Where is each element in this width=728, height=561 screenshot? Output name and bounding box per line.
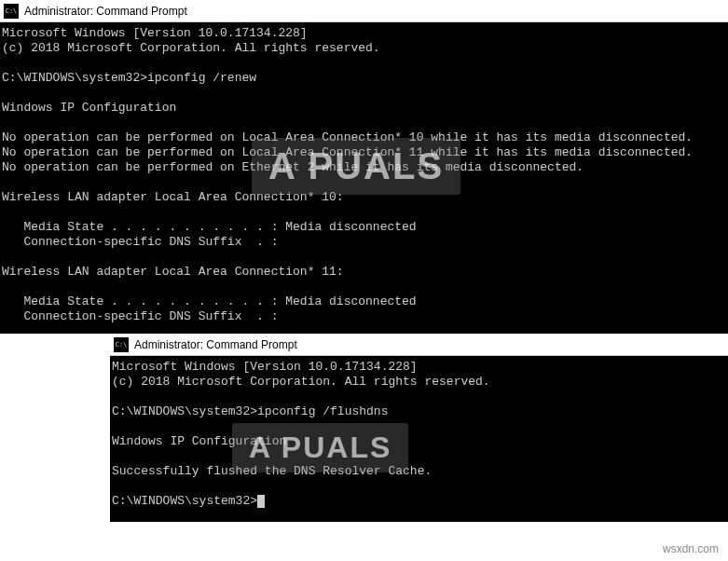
source-url: wsxdn.com bbox=[663, 542, 719, 555]
terminal-output[interactable]: Microsoft Windows [Version 10.0.17134.22… bbox=[0, 22, 728, 328]
title-bar[interactable]: Administrator: Command Prompt bbox=[110, 334, 728, 356]
success-message: Successfully flushed the DNS Resolver Ca… bbox=[112, 464, 432, 478]
dns-suffix-line: Connection-specific DNS Suffix . : bbox=[2, 235, 278, 249]
cmd-icon bbox=[4, 4, 19, 19]
no-operation-line: No operation can be performed on Local A… bbox=[2, 130, 693, 144]
ip-config-heading: Windows IP Configuration bbox=[112, 434, 286, 448]
command-prompt-line: C:\WINDOWS\system32>ipconfig /flushdns bbox=[112, 404, 388, 418]
media-state-line: Media State . . . . . . . . . . . : Medi… bbox=[2, 294, 417, 308]
terminal-output[interactable]: Microsoft Windows [Version 10.0.17134.22… bbox=[110, 356, 728, 513]
no-operation-line: No operation can be performed on Local A… bbox=[2, 145, 693, 159]
cmd-icon bbox=[114, 337, 129, 352]
text-cursor bbox=[257, 495, 265, 508]
no-operation-line: No operation can be performed on Etherne… bbox=[2, 160, 584, 174]
window-title: Administrator: Command Prompt bbox=[134, 338, 297, 351]
cmd-window-flushdns: Administrator: Command Prompt Microsoft … bbox=[110, 334, 728, 522]
version-line: Microsoft Windows [Version 10.0.17134.22… bbox=[112, 360, 418, 374]
version-line: Microsoft Windows [Version 10.0.17134.22… bbox=[2, 26, 308, 40]
copyright-line: (c) 2018 Microsoft Corporation. All righ… bbox=[112, 375, 490, 389]
window-title: Administrator: Command Prompt bbox=[24, 5, 187, 18]
adapter-heading: Wireless LAN adapter Local Area Connecti… bbox=[2, 190, 344, 204]
command-prompt-line: C:\WINDOWS\system32>ipconfig /renew bbox=[2, 71, 256, 85]
command-prompt-line: C:\WINDOWS\system32> bbox=[112, 494, 257, 508]
dns-suffix-line: Connection-specific DNS Suffix . : bbox=[2, 309, 278, 323]
title-bar[interactable]: Administrator: Command Prompt bbox=[0, 0, 728, 22]
ip-config-heading: Windows IP Configuration bbox=[2, 101, 176, 115]
adapter-heading: Wireless LAN adapter Local Area Connecti… bbox=[2, 265, 344, 279]
cmd-window-renew: Administrator: Command Prompt Microsoft … bbox=[0, 0, 728, 334]
copyright-line: (c) 2018 Microsoft Corporation. All righ… bbox=[2, 41, 380, 55]
media-state-line: Media State . . . . . . . . . . . : Medi… bbox=[2, 220, 417, 234]
